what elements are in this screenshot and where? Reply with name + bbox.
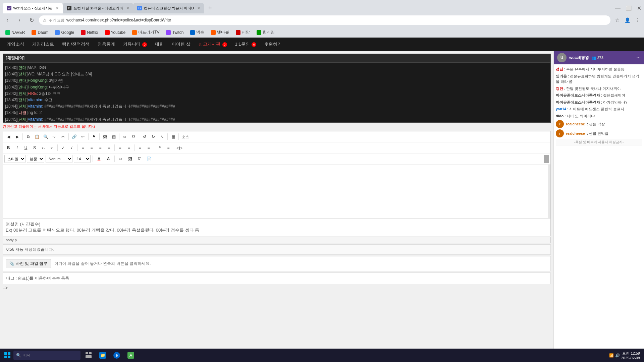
- font-select[interactable]: 본문: [27, 155, 44, 163]
- align-center-button[interactable]: ≡: [88, 144, 96, 152]
- maximize-button[interactable]: ⬜: [626, 5, 632, 11]
- unlink-button[interactable]: ↩: [79, 133, 87, 141]
- bold-button[interactable]: B: [4, 144, 12, 152]
- bookmark-daum[interactable]: Daum: [29, 29, 51, 36]
- italic-button[interactable]: I: [13, 144, 21, 152]
- image-button[interactable]: 🖼: [101, 133, 109, 141]
- chat-messages[interactable]: 갱단 : 부분 유투헤서 서버투자하면 줄울동 인라온 : 전문유료화하면 방한…: [554, 64, 644, 350]
- nav-1on1[interactable]: 1:1문의 0: [235, 40, 257, 49]
- ordered-list-button[interactable]: ≡: [116, 144, 124, 152]
- ltr-rtl-button[interactable]: ◁▷: [175, 144, 183, 152]
- chat-log[interactable]: [18:40][연대]MAP: IGG [18:40][전체]WC: MAP님이…: [3, 62, 551, 123]
- hr-button[interactable]: ≡: [164, 144, 172, 152]
- undo-button[interactable]: ◀: [4, 133, 12, 141]
- underline-button[interactable]: U: [22, 144, 30, 152]
- new-tab-button[interactable]: +: [205, 3, 215, 13]
- tab-1-close[interactable]: ×: [56, 5, 59, 11]
- bookmark-naver[interactable]: NAVER: [3, 29, 28, 36]
- superscript-button[interactable]: x²: [48, 144, 56, 152]
- editor-body[interactable]: [3, 165, 550, 218]
- subscript-button[interactable]: x₂: [39, 144, 47, 152]
- taskbar-item-3[interactable]: e: [110, 349, 123, 361]
- nav-ranking[interactable]: 랭킹/전적검색: [62, 40, 90, 49]
- bookmark-netflix[interactable]: Netflix: [78, 29, 101, 36]
- bookmark-hangame[interactable]: 한게임: [254, 28, 277, 36]
- bookmark-netmarble[interactable]: 넷마블: [208, 28, 232, 36]
- table-button[interactable]: ▤: [110, 133, 118, 141]
- unordered-list-button[interactable]: ≡: [125, 144, 133, 152]
- chat-menu-icon[interactable]: ⋯: [636, 55, 641, 60]
- taskbar-clock[interactable]: 오전 12:59 2025-02-08: [621, 351, 640, 360]
- template-button[interactable]: 📄: [145, 155, 153, 163]
- style-select[interactable]: 스타일: [4, 155, 25, 163]
- bg-color-button[interactable]: A: [104, 155, 112, 163]
- profile-icon[interactable]: 👤: [623, 16, 631, 24]
- bookmark-afreeca[interactable]: 아프리카TV: [129, 28, 162, 36]
- format-clear-button[interactable]: ✓: [59, 144, 67, 152]
- paste-button[interactable]: 📋: [33, 133, 41, 141]
- nav-tournament[interactable]: 대회: [155, 40, 164, 49]
- align-right-button[interactable]: ≡: [96, 144, 104, 152]
- bookmark-google[interactable]: Google: [52, 29, 77, 36]
- find-button[interactable]: 🔍: [42, 133, 50, 141]
- start-button[interactable]: [1, 349, 13, 361]
- close-button[interactable]: ✕: [637, 5, 641, 11]
- image-inline-button[interactable]: 🖼: [126, 155, 134, 163]
- toolbar-toggle-button[interactable]: [544, 155, 549, 163]
- emoji-button[interactable]: ☺: [121, 133, 129, 141]
- source-button[interactable]: 소스: [180, 133, 191, 141]
- checkbox-button[interactable]: ☑: [136, 155, 144, 163]
- editor-body-scrollbar[interactable]: [548, 165, 550, 218]
- align-justify-button[interactable]: ≡: [105, 144, 113, 152]
- bookmark-youtube[interactable]: Youtube: [102, 29, 128, 36]
- font-color-button[interactable]: A: [95, 155, 103, 163]
- fontname-select[interactable]: Nanum ...: [46, 155, 72, 163]
- taskbar-item-4[interactable]: A: [124, 349, 138, 361]
- nav-game-news[interactable]: 게임소식: [7, 40, 24, 49]
- link-button[interactable]: 🔗: [70, 133, 78, 141]
- nav-report-board[interactable]: 신고게시판 0: [199, 40, 227, 49]
- reload-button[interactable]: ↻: [27, 15, 36, 25]
- flag-button[interactable]: ⚑: [90, 133, 98, 141]
- bookmark-nexon[interactable]: 넥슨: [187, 28, 207, 36]
- copy-button[interactable]: ⧉: [24, 133, 32, 141]
- url-box[interactable]: ⚠ 주의 요함 wcchaos4.com/index.php?mid=polic…: [39, 15, 610, 25]
- rotate-right-button[interactable]: ↻: [149, 133, 157, 141]
- grid-button[interactable]: ▦: [169, 133, 177, 141]
- attach-button[interactable]: 📎 사진 및 파일 첨부: [6, 259, 51, 268]
- toolbar-emoji-button[interactable]: ☺: [117, 155, 125, 163]
- tab-2-close[interactable]: ×: [126, 5, 129, 11]
- extensions-icon[interactable]: ⋮: [633, 16, 641, 24]
- indent-button[interactable]: ≡: [136, 144, 144, 152]
- nav-item-shop[interactable]: 아이템 샵: [172, 40, 191, 49]
- nav-game-list[interactable]: 게임리스트: [32, 40, 54, 49]
- special-char-button[interactable]: Ω: [129, 133, 138, 141]
- network-icon[interactable]: 📶: [609, 353, 614, 358]
- tab-2[interactable]: P 포럼 터질 화젝순 - 에펨코리아 ×: [63, 3, 133, 13]
- redo-button[interactable]: ▶: [13, 133, 21, 141]
- font-color-clear-button[interactable]: I: [68, 144, 76, 152]
- sound-icon[interactable]: 🔊: [615, 353, 620, 358]
- back-button[interactable]: ‹: [3, 15, 12, 25]
- taskbar-item-2[interactable]: 📁: [96, 349, 109, 361]
- forward-button[interactable]: ›: [15, 15, 24, 25]
- nav-support[interactable]: 후원하기: [264, 40, 282, 49]
- nav-hero-stats[interactable]: 영웅통계: [98, 40, 115, 49]
- cut-button[interactable]: ✂: [59, 133, 67, 141]
- tab-1[interactable]: W wcc카오스 - 신고게시판 ×: [3, 3, 63, 13]
- align-left-button[interactable]: ≡: [79, 144, 87, 152]
- bookmark-pmang[interactable]: 피망: [233, 28, 253, 36]
- outdent-button[interactable]: ≡: [145, 144, 153, 152]
- tab-3-close[interactable]: ×: [197, 5, 200, 11]
- nav-community[interactable]: 커뮤니티 0: [123, 40, 147, 49]
- bookmark-twitch[interactable]: Twitch: [163, 29, 186, 36]
- minimize-button[interactable]: —: [615, 5, 621, 11]
- select-all-button[interactable]: ⌥: [50, 133, 58, 141]
- resize-button[interactable]: ⤡: [158, 133, 166, 141]
- tab-3[interactable]: G 컴퓨터 스크린샷 찍은거 어디D ×: [133, 3, 204, 13]
- strikethrough-button[interactable]: S: [31, 144, 39, 152]
- fontsize-select[interactable]: 14: [74, 155, 91, 163]
- rotate-left-button[interactable]: ↺: [141, 133, 149, 141]
- bookmark-star-icon[interactable]: ☆: [613, 16, 621, 24]
- blockquote-button[interactable]: ❝: [156, 144, 164, 152]
